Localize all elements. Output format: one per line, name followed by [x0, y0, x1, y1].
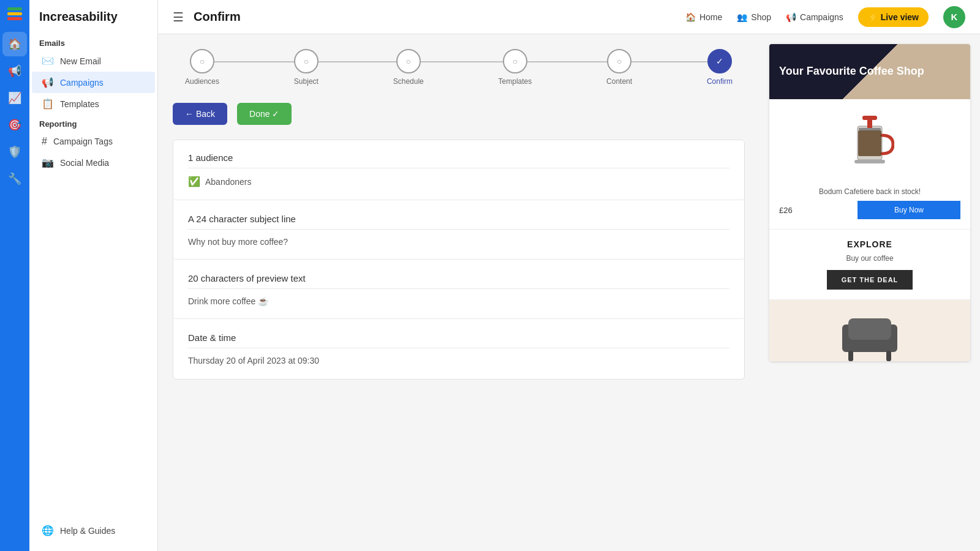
icon-target[interactable]: 🎯 [2, 113, 27, 137]
step-circle-confirm: ✓ [707, 49, 732, 73]
new-email-icon: ✉️ [42, 55, 54, 67]
step-label-content: Content [606, 77, 632, 86]
preview-text-value: Drink more coffee ☕ [188, 296, 729, 306]
progress-bar: ○ Audiences ○ Subject ○ Schedule ○ Templ… [173, 49, 745, 86]
step-circle-subject: ○ [294, 49, 318, 73]
campaigns-nav-icon: 📢 [786, 12, 796, 22]
campaigns-icon: 📢 [42, 77, 54, 88]
social-media-icon: 📷 [42, 157, 54, 168]
step-circle-content: ○ [607, 49, 631, 73]
step-label-templates: Templates [499, 77, 532, 86]
preview-shop-name: Your Favourite Coffee Shop [779, 65, 924, 78]
reporting-section-title: Reporting [29, 114, 157, 131]
sidebar: Increasability Emails ✉️ New Email 📢 Cam… [29, 0, 158, 551]
main-area: ☰ Confirm 🏠 Home 👥 Shop 📢 Campaigns ⚡ Li… [158, 0, 980, 551]
icon-tools[interactable]: 🔧 [2, 167, 27, 191]
step-subject[interactable]: ○ Subject [294, 49, 318, 86]
audience-value: ✅ Abandoners [188, 176, 729, 187]
nav-links: 🏠 Home 👥 Shop 📢 Campaigns ⚡ Live view K [685, 6, 965, 28]
svg-rect-3 [859, 128, 881, 130]
step-content[interactable]: ○ Content [606, 49, 632, 86]
audience-check-icon: ✅ [188, 176, 200, 187]
sidebar-item-help-guides[interactable]: 🌐 Help & Guides [32, 520, 155, 541]
svg-rect-2 [862, 116, 877, 120]
step-schedule[interactable]: ○ Schedule [393, 49, 424, 86]
step-circle-schedule: ○ [396, 49, 421, 73]
audience-label: 1 audience [188, 152, 729, 168]
icon-home[interactable]: 🏠 [2, 32, 27, 56]
preview-price-row: £26 Buy Now [779, 201, 960, 219]
subject-value: Why not buy more coffee? [188, 237, 729, 247]
sidebar-item-social-media[interactable]: 📷 Social Media [32, 152, 155, 173]
svg-rect-5 [858, 130, 881, 156]
live-view-button[interactable]: ⚡ Live view [858, 7, 929, 27]
sidebar-help-label: Help & Guides [60, 526, 115, 536]
svg-rect-4 [854, 160, 885, 163]
step-templates[interactable]: ○ Templates [499, 49, 532, 86]
preview-explore: EXPLORE Buy our coffee GET THE DEAL [769, 230, 970, 300]
step-circle-templates: ○ [503, 49, 527, 73]
buy-now-button[interactable]: Buy Now [858, 201, 960, 219]
step-label-confirm: Confirm [707, 77, 733, 86]
done-button[interactable]: Done ✓ [237, 103, 292, 125]
svg-rect-10 [848, 351, 853, 361]
sidebar-item-templates[interactable]: 📋 Templates [32, 93, 155, 114]
email-preview: Your Favourite Coffee Shop [769, 44, 970, 361]
coffee-pot-icon [845, 114, 894, 175]
nav-campaigns[interactable]: 📢 Campaigns [786, 12, 843, 22]
nav-shop[interactable]: 👥 Shop [737, 12, 771, 22]
avatar: K [943, 6, 965, 28]
step-audiences[interactable]: ○ Audiences [185, 49, 219, 86]
action-buttons: ← Back Done ✓ [173, 103, 745, 125]
step-confirm[interactable]: ✓ Confirm [707, 49, 733, 86]
sidebar-item-new-email[interactable]: ✉️ New Email [32, 50, 155, 72]
left-panel: ○ Audiences ○ Subject ○ Schedule ○ Templ… [158, 34, 760, 551]
svg-rect-11 [886, 351, 891, 361]
icon-campaigns[interactable]: 📢 [2, 59, 27, 83]
preview-product-name: Bodum Cafetiere back in stock! [779, 187, 960, 196]
info-sections-wrapper: 1 audience ✅ Abandoners A 24 character s… [173, 140, 745, 380]
subject-section: A 24 character subject line Why not buy … [173, 201, 744, 260]
sidebar-campaigns-label: Campaigns [60, 78, 104, 88]
preview-header: Your Favourite Coffee Shop [769, 44, 970, 99]
step-circle-audiences: ○ [190, 49, 214, 73]
explore-sub: Buy our coffee [779, 254, 960, 263]
topnav: ☰ Confirm 🏠 Home 👥 Shop 📢 Campaigns ⚡ Li… [158, 0, 980, 34]
content-area: ○ Audiences ○ Subject ○ Schedule ○ Templ… [158, 34, 980, 551]
back-button[interactable]: ← Back [173, 103, 227, 125]
sidebar-item-campaign-tags[interactable]: # Campaign Tags [32, 131, 155, 152]
email-preview-panel: Your Favourite Coffee Shop [760, 34, 980, 551]
campaign-tags-icon: # [42, 136, 47, 147]
icon-analytics[interactable]: 📈 [2, 86, 27, 110]
home-icon: 🏠 [685, 12, 696, 22]
svg-rect-9 [848, 318, 891, 340]
brand-name: Increasability [29, 10, 157, 34]
emails-section-title: Emails [29, 34, 157, 50]
preview-text-label: 20 characters of preview text [188, 273, 729, 289]
explore-title: EXPLORE [779, 239, 960, 249]
date-time-label: Date & time [188, 332, 729, 348]
subject-label: A 24 character subject line [188, 214, 729, 230]
help-icon: 🌐 [42, 525, 54, 536]
nav-home[interactable]: 🏠 Home [685, 12, 722, 22]
progress-line [209, 61, 708, 62]
sidebar-campaign-tags-label: Campaign Tags [53, 137, 113, 146]
templates-icon: 📋 [42, 98, 54, 110]
preview-price: £26 [779, 206, 858, 215]
sidebar-new-email-label: New Email [60, 56, 101, 66]
audience-name: Abandoners [205, 177, 252, 187]
step-label-audiences: Audiences [185, 77, 219, 86]
get-deal-button[interactable]: GET THE DEAL [827, 270, 913, 290]
audience-section: 1 audience ✅ Abandoners [173, 140, 744, 200]
preview-text-section: 20 characters of preview text Drink more… [173, 261, 744, 319]
date-time-value: Thursday 20 of April 2023 at 09:30 [188, 356, 729, 365]
hamburger-button[interactable]: ☰ [173, 10, 184, 24]
step-label-schedule: Schedule [393, 77, 424, 86]
sidebar-social-media-label: Social Media [60, 158, 109, 168]
preview-product-area: Bodum Cafetiere back in stock! £26 Buy N… [769, 99, 970, 230]
sidebar-templates-label: Templates [60, 99, 99, 109]
icon-bar: 🏠 📢 📈 🎯 🛡️ 🔧 [0, 0, 29, 551]
sidebar-item-campaigns[interactable]: 📢 Campaigns [32, 72, 155, 93]
step-label-subject: Subject [294, 77, 318, 86]
icon-shield[interactable]: 🛡️ [2, 140, 27, 164]
